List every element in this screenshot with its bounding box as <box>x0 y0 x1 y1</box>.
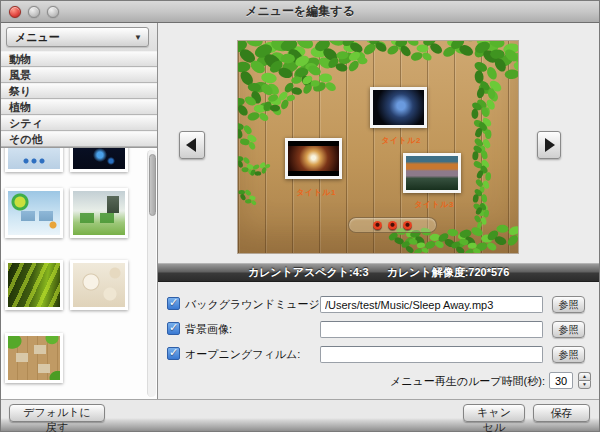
zoom-button[interactable] <box>47 6 59 18</box>
opening-film-checkbox[interactable] <box>167 347 180 360</box>
menu-template-thumbnail-2[interactable] <box>70 147 128 172</box>
opening-film-browse-button[interactable]: 参照 <box>552 346 585 363</box>
sidebar-item-plants[interactable]: 植物 <box>1 99 157 115</box>
dropdown-selected-value: メニュー <box>15 30 60 45</box>
menu-template-thumbnail-5[interactable] <box>5 260 63 310</box>
sidebar: メニュー ▼ 動物 風景 祭り 植物 シティ その他 <box>1 23 158 399</box>
background-music-checkbox[interactable] <box>167 297 180 310</box>
edit-menu-dialog: メニューを編集する メニュー ▼ 動物 風景 祭り 植物 シティ その他 <box>0 0 600 432</box>
current-aspect-status: カレントアスペクト:4:3 <box>248 265 369 280</box>
stepper-down-icon[interactable]: ▼ <box>578 380 591 389</box>
menu-category-dropdown[interactable]: メニュー ▼ <box>6 27 149 47</box>
minimize-button[interactable] <box>28 6 40 18</box>
close-button[interactable] <box>9 6 21 18</box>
template-scrollbar[interactable] <box>147 150 156 397</box>
template-thumbnail-panel <box>1 147 157 399</box>
background-image-label: 背景画像: <box>185 322 232 337</box>
scrollbar-thumb[interactable] <box>149 154 156 216</box>
sidebar-item-festival[interactable]: 祭り <box>1 83 157 99</box>
menu-template-thumbnail-selected[interactable] <box>5 333 63 383</box>
cancel-button[interactable]: キャンセル <box>463 404 525 422</box>
loop-time-label: メニュー再生のループ時間(秒): <box>308 374 545 389</box>
sidebar-item-scenery[interactable]: 風景 <box>1 67 157 83</box>
sidebar-item-city[interactable]: シティ <box>1 115 157 131</box>
main-panel: タイトル2 タイトル1 タイトル3 カレントアスペクト:4:3 カレント解像度:… <box>158 23 599 399</box>
opening-film-row: オープニングフィルム: 参照 <box>158 346 599 364</box>
menu-template-thumbnail-1[interactable] <box>5 147 63 172</box>
window-title: メニューを編集する <box>1 3 599 20</box>
menu-template-thumbnail-6[interactable] <box>70 260 128 310</box>
menu-navigation-bar <box>348 217 437 233</box>
preview-video-thumbnail-1[interactable] <box>285 138 342 179</box>
titlebar: メニューを編集する <box>1 1 599 23</box>
background-music-row: バックグラウンドミュージック: 参照 <box>158 296 599 314</box>
bottom-bar: デフォルトに戻す キャンセル 保存 <box>1 399 599 431</box>
opening-film-label: オープニングフィルム: <box>185 347 300 362</box>
preview-title-label: タイトル2 <box>368 135 434 146</box>
arrow-right-icon <box>545 138 555 152</box>
background-music-browse-button[interactable]: 参照 <box>552 296 585 313</box>
window-controls <box>9 6 59 18</box>
background-image-path-input[interactable] <box>320 321 543 338</box>
preview-title-label: タイトル3 <box>401 199 467 210</box>
background-music-path-input[interactable] <box>320 296 543 313</box>
dialog-body: メニュー ▼ 動物 風景 祭り 植物 シティ その他 <box>1 23 599 399</box>
status-bar: カレントアスペクト:4:3 カレント解像度:720*576 <box>158 263 599 282</box>
background-image-row: 背景画像: 参照 <box>158 321 599 339</box>
reset-default-button[interactable]: デフォルトに戻す <box>9 404 105 422</box>
previous-template-button[interactable] <box>179 131 205 159</box>
menu-preview: タイトル2 タイトル1 タイトル3 <box>238 41 518 253</box>
sidebar-item-animals[interactable]: 動物 <box>1 51 157 67</box>
loop-time-row: メニュー再生のループ時間(秒): ▲ ▼ <box>158 372 599 390</box>
nav-dot-button[interactable] <box>373 221 382 230</box>
current-resolution-status: カレント解像度:720*576 <box>387 265 510 280</box>
preview-video-thumbnail-3[interactable] <box>403 153 461 193</box>
stepper-up-icon[interactable]: ▲ <box>578 372 591 380</box>
next-template-button[interactable] <box>537 131 561 159</box>
nav-dot-button[interactable] <box>388 221 397 230</box>
opening-film-path-input[interactable] <box>320 346 543 363</box>
preview-video-thumbnail-2[interactable] <box>370 87 427 128</box>
arrow-left-icon <box>186 138 196 152</box>
loop-time-input[interactable] <box>549 372 573 389</box>
menu-template-thumbnail-3[interactable] <box>5 188 63 238</box>
preview-title-label: タイトル1 <box>283 187 349 198</box>
background-image-browse-button[interactable]: 参照 <box>552 321 585 338</box>
dropdown-strip: メニュー ▼ <box>1 23 157 51</box>
template-row <box>5 147 128 172</box>
menu-template-thumbnail-4[interactable] <box>70 188 128 238</box>
background-image-checkbox[interactable] <box>167 322 180 335</box>
save-button[interactable]: 保存 <box>533 404 590 422</box>
template-row <box>5 333 63 383</box>
template-row <box>5 260 128 310</box>
sidebar-item-others[interactable]: その他 <box>1 131 157 147</box>
category-list: 動物 風景 祭り 植物 シティ その他 <box>1 51 157 147</box>
chevron-down-icon: ▼ <box>134 33 142 42</box>
loop-time-stepper: ▲ ▼ <box>578 372 591 389</box>
nav-dot-button[interactable] <box>403 221 412 230</box>
template-row <box>5 188 128 238</box>
